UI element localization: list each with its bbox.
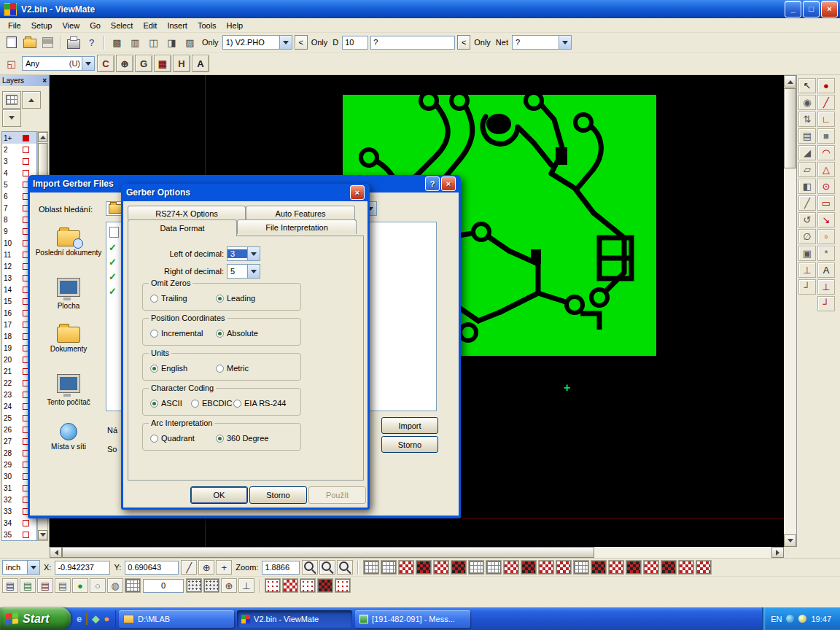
y-coordinate-field[interactable]: 0.690643 (125, 561, 179, 575)
net-pattern-10-icon[interactable] (608, 560, 624, 575)
combo-arrow-icon[interactable] (247, 265, 260, 278)
net-pattern-6-icon[interactable] (521, 560, 537, 575)
pad-grid-2-icon[interactable] (381, 560, 397, 575)
pad-grid-3-icon[interactable] (468, 560, 484, 575)
tray-network-icon[interactable] (786, 615, 794, 623)
menu-insert[interactable]: Insert (162, 20, 192, 31)
task-mlab[interactable]: D:\MLAB (119, 610, 234, 628)
layer-row[interactable]: 34 (2, 517, 36, 529)
h-code-icon[interactable]: H (173, 55, 190, 72)
grid-value-field[interactable]: 0 (143, 579, 184, 593)
net-pattern-11-icon[interactable] (626, 560, 642, 575)
combo-arrow-icon[interactable] (27, 561, 39, 574)
layer-visibility-swatch[interactable] (23, 532, 29, 538)
net-pattern-9-icon[interactable] (591, 560, 607, 575)
vscroll-thumb[interactable] (784, 88, 796, 168)
aperture-filter-combo[interactable]: Any (U) (22, 56, 95, 71)
split-view-icon[interactable]: ◨ (163, 34, 180, 50)
tab-rs274-x-options[interactable]: RS274-X Options (128, 206, 246, 220)
layer-set-2-icon[interactable]: ▤ (20, 578, 36, 593)
a-code-icon[interactable]: A (192, 55, 209, 72)
aperture-list-icon[interactable]: ◱ (3, 55, 20, 71)
sel-pattern-3-icon[interactable] (300, 578, 316, 593)
arc-tool-icon[interactable]: ◠ (817, 145, 835, 160)
zoom-all-icon[interactable] (337, 560, 353, 575)
open-icon[interactable] (21, 34, 38, 50)
lamp-on-icon[interactable]: ◍ (107, 578, 123, 593)
triangle-tool-icon[interactable]: △ (817, 162, 835, 177)
c-code-icon[interactable]: C (97, 55, 114, 72)
menu-tools[interactable]: Tools (192, 20, 222, 31)
zoom-window-icon[interactable] (319, 560, 335, 575)
layers-close-icon[interactable]: × (42, 77, 47, 85)
sel-pattern-4-icon[interactable] (317, 578, 333, 593)
highlight-icon[interactable]: ▥ (127, 34, 144, 50)
pad-grid-4-icon[interactable] (486, 560, 502, 575)
rect-tool-icon[interactable]: ■ (817, 128, 835, 144)
pad-grid-5-icon[interactable] (573, 560, 589, 575)
pad-stack-icon[interactable]: ◉ (798, 95, 816, 110)
grid-code-icon[interactable]: ▦ (154, 55, 171, 72)
language-indicator[interactable]: EN (771, 615, 782, 623)
tab-file-interpretation[interactable]: File Interpretation (237, 219, 357, 234)
shear-icon[interactable]: ▱ (798, 162, 816, 177)
highlight-state-icon[interactable]: ● (72, 578, 88, 593)
burst-tool-icon[interactable]: * (817, 246, 835, 261)
columns-icon[interactable]: ◫ (145, 34, 162, 50)
dialog-close-button[interactable]: × (350, 185, 365, 200)
folder-quick-icon[interactable] (86, 613, 88, 624)
tray-update-icon[interactable] (798, 615, 806, 623)
net-combo[interactable]: ? (512, 35, 572, 50)
select-pad-icon[interactable]: ▣ (798, 246, 816, 261)
layer-visibility-swatch[interactable] (23, 147, 29, 153)
select-area-icon[interactable]: ▩ (109, 34, 125, 50)
rotate-icon[interactable]: ↺ (798, 212, 816, 228)
layer-set-1-icon[interactable]: ▤ (2, 578, 18, 593)
tab-auto-features[interactable]: Auto Features (246, 206, 355, 220)
trace-icon[interactable]: ╱ (798, 195, 816, 211)
target-code-icon[interactable]: ⊕ (116, 55, 133, 72)
dot-grid-2-icon[interactable] (203, 578, 219, 593)
radio-trailing[interactable]: Trailing (150, 294, 187, 303)
layer-visibility-swatch[interactable] (23, 135, 29, 141)
combo-arrow-icon[interactable] (247, 247, 260, 260)
dialog-help-button[interactable]: ? (425, 176, 440, 191)
start-button[interactable]: Start (0, 607, 71, 630)
place-network[interactable]: Místa v síti (34, 423, 103, 451)
task-viewmate[interactable]: V2.bin - ViewMate (237, 610, 352, 628)
x-coordinate-field[interactable]: -0.942237 (55, 561, 110, 575)
layer-row[interactable]: 1+ (2, 132, 36, 144)
layer-row[interactable]: 36 (2, 540, 36, 541)
radio-incremental[interactable]: Incremental (150, 329, 203, 338)
menu-help[interactable]: Help (222, 20, 249, 31)
file-combo[interactable]: 1) V2.PHO (222, 35, 292, 50)
corner-icon[interactable]: ┘ (798, 279, 816, 295)
layer-up-button[interactable] (22, 91, 41, 109)
new-file-icon[interactable] (3, 34, 20, 50)
radio-leading[interactable]: Leading (216, 294, 255, 303)
place-recent-documents[interactable]: Poslední dokumenty (34, 230, 103, 257)
hscroll-thumb[interactable] (62, 547, 594, 558)
net-pattern-15-icon[interactable] (696, 560, 712, 575)
center-icon[interactable]: + (216, 560, 232, 575)
rect-pad-tool-icon[interactable]: ▭ (817, 195, 835, 211)
tbar-tool-icon[interactable]: ⊥ (817, 279, 835, 295)
dot-grid-1-icon[interactable] (186, 578, 202, 593)
sel-pattern-5-icon[interactable] (335, 578, 351, 593)
cancel-button[interactable]: Storno (381, 436, 438, 453)
layer-row[interactable]: 3 (2, 155, 36, 167)
sel-pattern-1-icon[interactable] (265, 578, 281, 593)
layer-set-3-icon[interactable]: ▤ (37, 578, 53, 593)
cancel-button[interactable]: Storno (249, 486, 307, 504)
line-tool-icon[interactable]: ╱ (817, 95, 835, 110)
zoom-in-icon[interactable] (302, 560, 318, 575)
g-code-icon[interactable]: G (135, 55, 152, 72)
radio-ebcdic[interactable]: EBCDIC (191, 399, 233, 408)
probe-icon[interactable]: ⊥ (798, 262, 816, 278)
angle-tool-icon[interactable]: ∟ (817, 112, 835, 127)
dcode-input[interactable]: 10 (342, 36, 368, 50)
net-pattern-3-icon[interactable] (433, 560, 449, 575)
hatch-icon[interactable]: ▨ (182, 34, 198, 50)
layer-row[interactable]: 2 (2, 144, 36, 155)
combo-arrow-icon[interactable] (559, 36, 571, 49)
